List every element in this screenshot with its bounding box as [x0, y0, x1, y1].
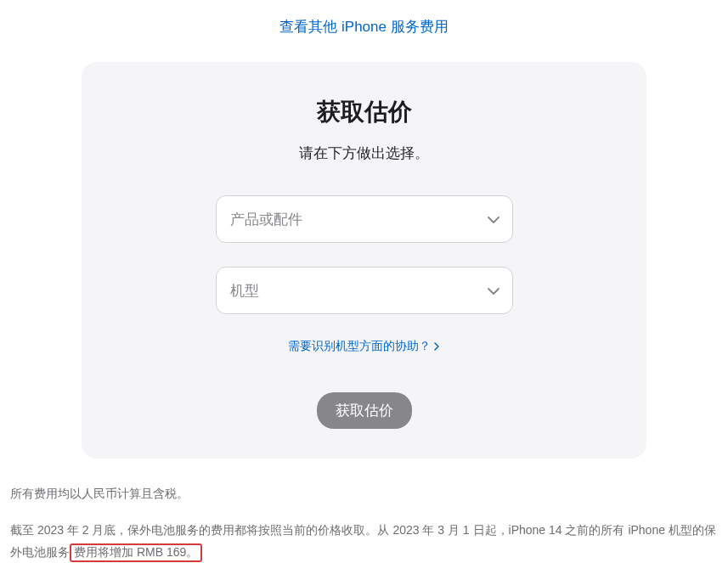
card-subtitle: 请在下方做出选择。 — [107, 144, 621, 163]
card-title: 获取估价 — [107, 96, 621, 128]
price-increase-highlight: 费用将增加 RMB 169。 — [70, 543, 202, 562]
model-select[interactable]: 机型 — [216, 267, 513, 314]
footer-text: 所有费用均以人民币计算且含税。 截至 2023 年 2 月底，保外电池服务的费用… — [0, 459, 728, 563]
top-link-container: 查看其他 iPhone 服务费用 — [0, 0, 728, 62]
product-select-wrapper: 产品或配件 — [216, 195, 513, 243]
chevron-right-icon — [434, 342, 440, 351]
other-services-link[interactable]: 查看其他 iPhone 服务费用 — [279, 19, 448, 35]
product-select[interactable]: 产品或配件 — [216, 195, 513, 243]
help-link-label: 需要识别机型方面的协助？ — [288, 339, 431, 354]
footer-line-2: 截至 2023 年 2 月底，保外电池服务的费用都将按照当前的价格收取。从 20… — [10, 519, 718, 563]
estimate-card: 获取估价 请在下方做出选择。 产品或配件 机型 需要识别机型方面的协助？ 获取估… — [82, 62, 646, 459]
help-identify-link[interactable]: 需要识别机型方面的协助？ — [288, 339, 440, 354]
model-select-wrapper: 机型 — [216, 267, 513, 314]
footer-line-1: 所有费用均以人民币计算且含税。 — [10, 482, 718, 505]
get-estimate-button[interactable]: 获取估价 — [317, 392, 412, 429]
